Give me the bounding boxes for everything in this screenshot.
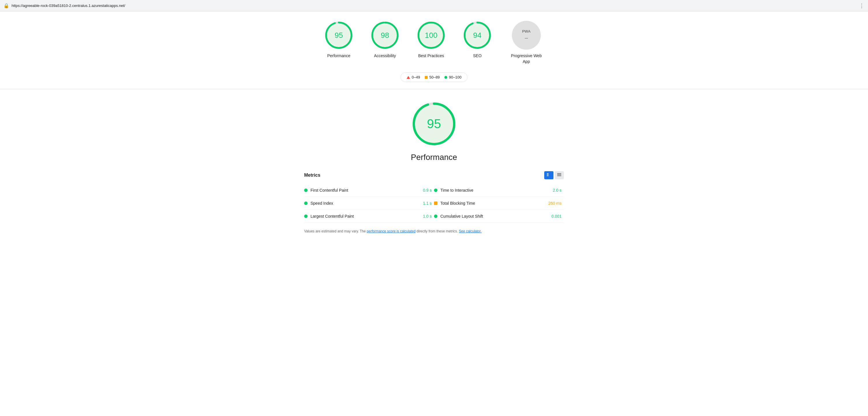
score-item-seo[interactable]: 94 SEO — [463, 21, 492, 59]
list-view-button[interactable] — [555, 171, 564, 179]
metric-value-lcp: 1.0 s — [423, 214, 432, 218]
detail-title: Performance — [411, 153, 457, 162]
metric-name-tti: Time to Interactive — [440, 188, 550, 192]
metrics-left-col: First Contentful Paint 0.9 s Speed Index… — [304, 184, 434, 223]
pwa-dash: – — [525, 35, 528, 41]
metrics-header: Metrics — [304, 171, 564, 179]
scores-row: 95 Performance 98 Accessibility — [324, 21, 544, 64]
gauge-number-performance: 95 — [335, 31, 343, 40]
large-gauge-number: 95 — [427, 117, 441, 131]
metric-value-fcp: 0.9 s — [423, 188, 432, 192]
legend-range-pass: 90–100 — [449, 75, 461, 79]
score-item-pwa[interactable]: PWA – Progressive Web App — [509, 21, 544, 64]
metric-value-tti: 2.0 s — [553, 188, 562, 192]
metric-row-tbt: Total Blocking Time 260 ms — [434, 197, 564, 210]
legend-item-pass: 90–100 — [444, 75, 461, 79]
metric-name-fcp: First Contentful Paint — [310, 188, 420, 192]
score-item-best-practices[interactable]: 100 Best Practices — [417, 21, 445, 59]
view-toggle — [544, 171, 564, 179]
browser-chrome: 🔒 https://agreeable-rock-039a51810-2.cen… — [0, 0, 868, 11]
legend-range-fail: 0–49 — [412, 75, 420, 79]
svg-rect-16 — [547, 174, 549, 175]
gauge-number-seo: 94 — [473, 31, 482, 40]
svg-rect-17 — [547, 176, 549, 176]
metric-name-si: Speed Index — [310, 201, 420, 206]
score-item-performance[interactable]: 95 Performance — [324, 21, 353, 59]
score-label-seo: SEO — [473, 53, 482, 59]
svg-rect-15 — [547, 173, 549, 174]
score-label-pwa: Progressive Web App — [509, 53, 544, 64]
svg-rect-19 — [557, 174, 561, 175]
metric-name-tbt: Total Blocking Time — [440, 201, 546, 206]
browser-menu-button[interactable]: ⋮ — [859, 3, 865, 9]
large-gauge-performance: 95 — [411, 101, 457, 147]
metric-dot-fcp — [304, 188, 308, 192]
pwa-gauge: PWA – — [512, 21, 541, 50]
svg-rect-18 — [557, 173, 561, 174]
circle-icon — [444, 76, 447, 79]
footer-text-between: directly from these metrics. — [415, 229, 459, 233]
detail-section: 95 Performance Metrics — [0, 89, 868, 240]
score-label-best-practices: Best Practices — [418, 53, 444, 59]
score-item-accessibility[interactable]: 98 Accessibility — [371, 21, 399, 59]
metric-value-si: 1.1 s — [423, 201, 432, 206]
score-label-accessibility: Accessibility — [374, 53, 396, 59]
legend-item-average: 50–89 — [425, 75, 440, 79]
svg-rect-20 — [557, 176, 561, 176]
gauge-accessibility: 98 — [371, 21, 399, 50]
legend: 0–49 50–89 90–100 — [401, 72, 467, 82]
url-text: https://agreeable-rock-039a51810-2.centr… — [11, 3, 125, 8]
metric-value-tbt: 260 ms — [548, 201, 562, 206]
triangle-icon — [407, 76, 410, 79]
metric-row-fcp: First Contentful Paint 0.9 s — [304, 184, 434, 197]
gauge-number-best-practices: 100 — [425, 31, 437, 40]
gauge-best-practices: 100 — [417, 21, 445, 50]
metrics-container: Metrics First Contentful — [304, 171, 564, 240]
footer-note: Values are estimated and may vary. The p… — [304, 229, 564, 240]
metric-name-lcp: Largest Contentful Paint — [310, 214, 420, 218]
gauge-seo: 94 — [463, 21, 492, 50]
performance-score-link[interactable]: performance score is calculated — [367, 229, 415, 233]
footer-text-before-link1: Values are estimated and may vary. The — [304, 229, 367, 233]
metric-dot-cls — [434, 214, 437, 218]
grid-view-button[interactable] — [544, 171, 554, 179]
metric-dot-lcp — [304, 214, 308, 218]
pwa-text: PWA — [522, 29, 531, 33]
metric-name-cls: Cumulative Layout Shift — [440, 214, 549, 218]
legend-range-average: 50–89 — [429, 75, 440, 79]
gauge-performance: 95 — [324, 21, 353, 50]
gauge-number-accessibility: 98 — [381, 31, 389, 40]
square-icon — [425, 76, 428, 79]
metric-row-cls: Cumulative Layout Shift 0.001 — [434, 210, 564, 223]
metric-dot-si — [304, 202, 308, 205]
metric-row-lcp: Largest Contentful Paint 1.0 s — [304, 210, 434, 223]
scores-section: 95 Performance 98 Accessibility — [0, 11, 868, 89]
metric-dot-tti — [434, 188, 437, 192]
score-label-performance: Performance — [327, 53, 350, 59]
metrics-right-col: Time to Interactive 2.0 s Total Blocking… — [434, 184, 564, 223]
address-bar: 🔒 https://agreeable-rock-039a51810-2.cen… — [3, 3, 859, 8]
calculator-link[interactable]: See calculator. — [459, 229, 482, 233]
metrics-grid: First Contentful Paint 0.9 s Speed Index… — [304, 184, 564, 223]
metric-value-cls: 0.001 — [552, 214, 562, 218]
lock-icon: 🔒 — [3, 3, 9, 8]
metric-dot-tbt — [434, 202, 437, 205]
metric-row-tti: Time to Interactive 2.0 s — [434, 184, 564, 197]
metric-row-si: Speed Index 1.1 s — [304, 197, 434, 210]
legend-item-fail: 0–49 — [407, 75, 420, 79]
metrics-title: Metrics — [304, 173, 320, 178]
